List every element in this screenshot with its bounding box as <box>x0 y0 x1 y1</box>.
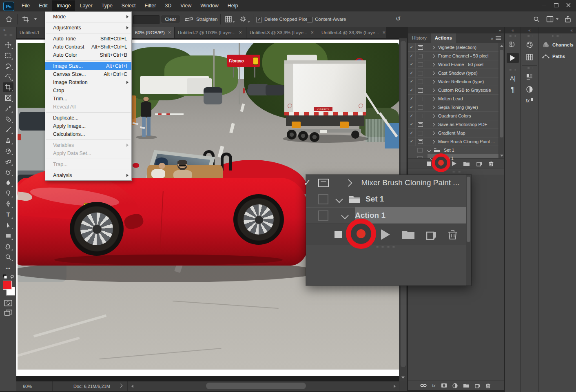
delete-button[interactable] <box>488 161 494 166</box>
screen-mode-icon[interactable] <box>4 309 13 317</box>
zoom-tool[interactable] <box>3 252 13 262</box>
menu-select[interactable]: Select <box>117 0 140 11</box>
action-row[interactable]: ✓Frame Channel - 50 pixel <box>408 52 498 60</box>
search-icon[interactable] <box>533 16 540 23</box>
toggle-dialog-icon[interactable] <box>416 137 425 146</box>
chevron-right-icon[interactable] <box>431 140 435 144</box>
eraser-tool[interactable] <box>3 157 13 166</box>
toggle-item-check[interactable]: ✓ <box>408 129 416 137</box>
link-layers-icon[interactable] <box>420 383 427 388</box>
zoom-level-value[interactable]: 60% <box>23 384 32 389</box>
chevron-right-icon[interactable] <box>431 105 435 109</box>
grid-chevron-icon[interactable] <box>233 21 235 23</box>
action-row[interactable]: ✓Cast Shadow (type) <box>408 69 498 78</box>
color-panel-icon[interactable] <box>521 41 538 49</box>
history-panel-icon[interactable] <box>505 41 521 49</box>
default-colors-icon[interactable] <box>2 274 7 279</box>
chevron-right-icon[interactable] <box>431 114 435 118</box>
chevron-right-icon[interactable] <box>431 45 435 49</box>
toggle-item-check[interactable]: ✓ <box>408 43 416 51</box>
scroll-left-icon[interactable] <box>131 385 133 388</box>
menu-item-canvas-size[interactable]: Canvas Size...Alt+Ctrl+C <box>45 70 131 78</box>
type-tool[interactable]: T <box>3 210 13 219</box>
tab-actions[interactable]: Actions <box>431 33 456 43</box>
toggle-dialog-icon[interactable] <box>416 95 425 103</box>
panel-menu-icon[interactable] <box>496 36 501 40</box>
action-row[interactable]: ✓Molten Lead <box>408 95 498 103</box>
layer-mask-icon[interactable] <box>441 383 447 388</box>
collapse-panels-icon[interactable]: « <box>505 27 521 33</box>
toggle-dialog-icon[interactable] <box>416 86 425 94</box>
menu-item-crop[interactable]: Crop <box>45 86 131 95</box>
scroll-down-icon[interactable] <box>500 155 503 157</box>
chevron-right-icon[interactable] <box>431 80 435 84</box>
new-set-button[interactable] <box>463 161 470 166</box>
toggle-item-check[interactable]: ✓ <box>408 112 416 120</box>
crop-ratio-input[interactable] <box>133 15 160 24</box>
toggle-dialog-icon[interactable] <box>416 52 425 60</box>
menu-window[interactable]: Window <box>196 0 223 11</box>
adjustment-layer-icon[interactable] <box>452 383 458 388</box>
stop-button[interactable] <box>427 162 431 166</box>
menu-item-calculations[interactable]: Calculations... <box>45 130 131 138</box>
tool-preset-chevron-icon[interactable] <box>34 18 37 20</box>
close-tab-icon[interactable]: × <box>239 31 242 35</box>
menu-item-auto-contrast[interactable]: Auto ContrastAlt+Shift+Ctrl+L <box>45 43 131 51</box>
toggle-dialog-icon[interactable] <box>416 60 425 69</box>
delete-layer-icon[interactable] <box>485 383 491 388</box>
libraries-panel-icon[interactable] <box>521 73 538 81</box>
toggle-item-check[interactable]: ✓ <box>408 103 416 111</box>
toggle-item-check[interactable]: ✓ <box>408 52 416 60</box>
toggle-item-check[interactable]: ✓ <box>408 86 416 94</box>
chevron-right-icon[interactable] <box>431 71 435 75</box>
scroll-down-icon[interactable] <box>401 376 405 380</box>
tab-active-document[interactable]: 60% (RGB/8*) × <box>132 27 175 38</box>
chevron-right-icon[interactable] <box>431 131 435 135</box>
swap-colors-icon[interactable] <box>10 274 15 279</box>
menu-type[interactable]: Type <box>97 0 117 11</box>
collapse-panels-icon[interactable]: « <box>538 27 576 33</box>
toggle-item-check[interactable]: ✓ <box>408 95 416 103</box>
menu-view[interactable]: View <box>176 0 196 11</box>
lasso-tool[interactable] <box>3 61 13 71</box>
menu-file[interactable]: File <box>17 0 34 11</box>
pen-tool[interactable] <box>3 199 13 209</box>
eyedropper-tool[interactable] <box>3 104 13 113</box>
menu-item-auto-color[interactable]: Auto ColorShift+Ctrl+B <box>45 51 131 59</box>
toggle-dialog-icon[interactable] <box>416 69 425 77</box>
delete-cropped-pixels-label[interactable]: Delete Cropped Pixels <box>264 17 311 22</box>
toggle-dialog-icon[interactable] <box>416 78 425 86</box>
chevron-right-icon[interactable] <box>431 97 435 101</box>
brush-tool[interactable] <box>3 125 13 135</box>
menu-item-image-rotation[interactable]: Image Rotation <box>45 78 131 86</box>
spot-healing-brush-tool[interactable] <box>3 114 13 124</box>
swatches-panel-icon[interactable] <box>521 53 538 61</box>
menu-3d[interactable]: 3D <box>160 0 176 11</box>
character-panel-icon[interactable]: A| <box>505 75 521 82</box>
paths-panel-button[interactable]: Paths <box>538 51 576 62</box>
workspace-chevron-icon[interactable] <box>556 18 558 20</box>
adjustments-panel-icon[interactable] <box>521 85 538 93</box>
move-tool[interactable] <box>3 40 13 50</box>
toggle-item-check[interactable]: ✓ <box>408 120 416 128</box>
action-row[interactable]: ✓Quadrant Colors <box>408 112 498 120</box>
clone-stamp-tool[interactable] <box>3 135 13 145</box>
action-row[interactable]: ✓Wood Frame - 50 pixel <box>408 60 498 69</box>
delete-cropped-pixels-checkbox[interactable]: ✓ <box>256 17 262 22</box>
horizontal-scrollbar-thumb[interactable] <box>206 383 306 389</box>
crop-tool-preset-icon[interactable] <box>22 16 29 23</box>
path-selection-tool[interactable] <box>3 220 13 230</box>
tab-untitled-4[interactable]: Untitled-4 @ 33,3% (Laye... × <box>318 27 386 38</box>
quick-selection-tool[interactable] <box>3 72 13 82</box>
straighten-icon[interactable] <box>184 16 193 23</box>
new-layer-icon[interactable] <box>475 383 480 388</box>
toggle-item-check[interactable]: ✓ <box>408 69 416 77</box>
toggle-dialog-icon[interactable] <box>416 120 425 128</box>
actions-scrollbar[interactable] <box>498 43 504 158</box>
menu-image[interactable]: Image <box>52 0 75 11</box>
history-brush-tool[interactable] <box>3 146 13 156</box>
toggle-dialog-icon[interactable] <box>416 129 425 137</box>
actions-panel-icon-selected[interactable] <box>507 53 519 63</box>
panel-collapse-icon[interactable]: » <box>498 28 501 33</box>
foreground-color-swatch[interactable] <box>3 281 12 290</box>
